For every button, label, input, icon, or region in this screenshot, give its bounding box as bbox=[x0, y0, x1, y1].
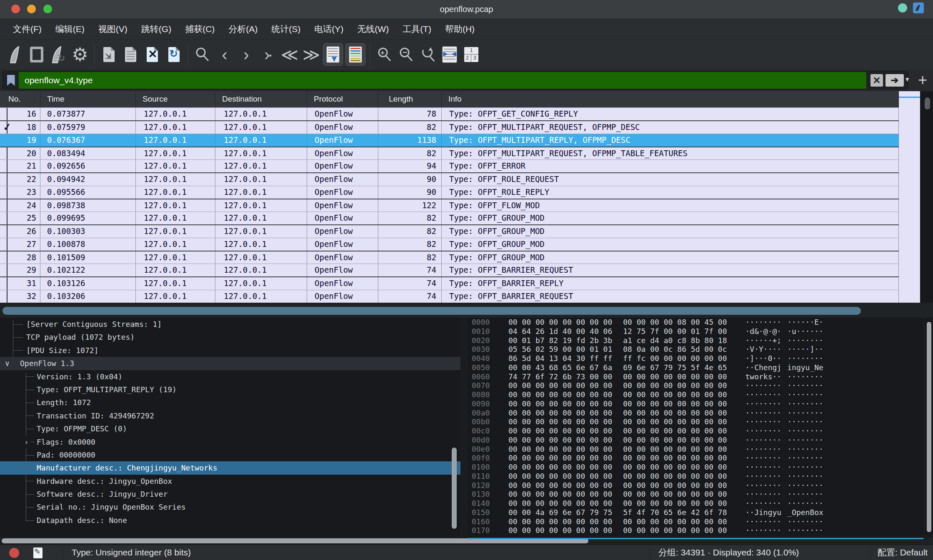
auto-scroll-toggle[interactable]: ▼ bbox=[323, 43, 343, 66]
filter-clear-button[interactable]: ✕ bbox=[870, 74, 883, 87]
menu-item[interactable]: 电话(Y) bbox=[308, 23, 350, 35]
column-header[interactable]: Time bbox=[40, 91, 136, 107]
hex-row[interactable]: 0020 00 01 b7 82 19 fd 2b 3b a1 ce d4 a0… bbox=[468, 336, 923, 345]
resize-columns-button[interactable]: ▶ ◀ bbox=[439, 42, 460, 67]
scrollbar-thumb[interactable] bbox=[925, 97, 930, 110]
hex-row[interactable]: 0070 00 00 00 00 00 00 00 00 00 00 00 00… bbox=[468, 381, 923, 390]
filter-input[interactable]: openflow_v4.type bbox=[19, 72, 866, 89]
menu-item[interactable]: 捕获(C) bbox=[179, 23, 221, 35]
packet-row[interactable]: 21 0.092656 127.0.0.1 127.0.0.1 OpenFlow… bbox=[0, 159, 899, 172]
packet-row[interactable]: 26 0.100303 127.0.0.1 127.0.0.1 OpenFlow… bbox=[0, 224, 899, 237]
hex-row[interactable]: 00d0 00 00 00 00 00 00 00 00 00 00 00 00… bbox=[468, 436, 923, 445]
detail-row[interactable]: Version: 1.3 (0x04) bbox=[0, 370, 460, 383]
packet-row[interactable]: 31 0.103126 127.0.0.1 127.0.0.1 OpenFlow… bbox=[0, 276, 899, 289]
hex-row[interactable]: 0040 86 5d 04 13 04 30 ff ff ff fc 00 00… bbox=[468, 354, 923, 363]
filter-add-button[interactable]: + bbox=[914, 71, 931, 89]
detail-row[interactable]: Datapath desc.: None bbox=[0, 514, 460, 527]
detail-row[interactable]: Pad: 00000000 bbox=[0, 448, 460, 461]
detail-row[interactable]: ∨ OpenFlow 1.3 bbox=[0, 357, 460, 370]
packet-row[interactable]: 16 0.073877 127.0.0.1 127.0.0.1 OpenFlow… bbox=[0, 107, 899, 120]
stop-capture-button[interactable] bbox=[26, 42, 48, 67]
hex-row[interactable]: 0110 00 00 00 00 00 00 00 00 00 00 00 00… bbox=[468, 472, 923, 481]
menu-item[interactable]: 编辑(E) bbox=[49, 23, 91, 35]
go-last-packet-button[interactable]: ≫ bbox=[300, 42, 322, 67]
menu-item[interactable]: 分析(A) bbox=[222, 23, 264, 35]
profile-status[interactable]: 配置: Default bbox=[878, 545, 928, 560]
hex-row[interactable]: 0050 00 00 43 68 65 6e 67 6a 69 6e 67 79… bbox=[468, 363, 923, 372]
zoom-in-button[interactable]: + bbox=[374, 42, 395, 67]
detail-row[interactable]: Serial no.: Jingyu OpenBox Series bbox=[0, 500, 460, 513]
packet-row[interactable]: 25 0.099695 127.0.0.1 127.0.0.1 OpenFlow… bbox=[0, 212, 899, 224]
packet-row[interactable]: 22 0.094942 127.0.0.1 127.0.0.1 OpenFlow… bbox=[0, 172, 899, 185]
column-header[interactable]: Protocol bbox=[307, 91, 378, 107]
detail-row[interactable]: [PDU Size: 1072] bbox=[0, 344, 460, 357]
detail-row[interactable]: Manufacturer desc.: Chengjingyu_Networks bbox=[0, 461, 460, 474]
hex-row[interactable]: 00c0 00 00 00 00 00 00 00 00 00 00 00 00… bbox=[468, 426, 923, 436]
packet-row[interactable]: 28 0.101509 127.0.0.1 127.0.0.1 OpenFlow… bbox=[0, 251, 899, 264]
hex-row[interactable]: 0000 00 00 00 00 00 00 00 00 00 00 00 00… bbox=[468, 318, 923, 327]
expert-info-icon[interactable] bbox=[9, 548, 19, 558]
detail-row[interactable]: TCP payload (1072 bytes) bbox=[0, 331, 460, 343]
packet-row[interactable]: 27 0.100878 127.0.0.1 127.0.0.1 OpenFlow… bbox=[0, 238, 899, 251]
packet-row[interactable]: 23 0.095566 127.0.0.1 127.0.0.1 OpenFlow… bbox=[0, 186, 899, 199]
detail-row[interactable]: Hardware desc.: Jingyu_OpenBox bbox=[0, 475, 460, 488]
hex-row[interactable]: 0140 00 00 00 00 00 00 00 00 00 00 00 00… bbox=[468, 499, 923, 508]
expander-icon[interactable]: ∨ bbox=[5, 357, 10, 370]
capture-options-button[interactable]: ⚙ bbox=[69, 42, 91, 67]
menu-item[interactable]: 帮助(H) bbox=[439, 23, 481, 35]
packet-row[interactable]: 29 0.102122 127.0.0.1 127.0.0.1 OpenFlow… bbox=[0, 264, 899, 276]
filter-apply-button[interactable]: ➔ bbox=[885, 74, 904, 87]
close-file-button[interactable]: ✕ bbox=[141, 42, 163, 67]
hex-row[interactable]: 0060 74 77 6f 72 6b 73 00 00 00 00 00 00… bbox=[468, 372, 923, 381]
column-header[interactable]: Source bbox=[136, 91, 215, 107]
detail-row[interactable]: Type: OFPT_MULTIPART_REPLY (19) bbox=[0, 383, 460, 396]
menu-item[interactable]: 统计(S) bbox=[265, 23, 307, 35]
scrollbar-thumb[interactable] bbox=[927, 322, 931, 532]
hex-row[interactable]: 00a0 00 00 00 00 00 00 00 00 00 00 00 00… bbox=[468, 408, 923, 418]
detail-row[interactable]: [Server Contiguous Streams: 1] bbox=[0, 318, 460, 331]
hex-row[interactable]: 0170 00 00 00 00 00 00 00 00 00 00 00 00… bbox=[468, 526, 923, 535]
go-to-packet-button[interactable]: ›• bbox=[257, 42, 278, 67]
packet-list-horizontal-scrollbar[interactable] bbox=[0, 303, 933, 318]
save-file-button[interactable] bbox=[120, 42, 141, 67]
hex-row[interactable]: 00b0 00 00 00 00 00 00 00 00 00 00 00 00… bbox=[468, 417, 923, 426]
filter-dropdown-caret[interactable]: ▾ bbox=[905, 75, 909, 84]
layout-button[interactable]: 1 2 3 bbox=[460, 42, 482, 67]
zoom-out-button[interactable]: − bbox=[395, 42, 417, 67]
go-first-packet-button[interactable]: ≪ bbox=[278, 42, 300, 67]
hex-row[interactable]: 0100 00 00 00 00 00 00 00 00 00 00 00 00… bbox=[468, 463, 923, 472]
packet-row[interactable]: 32 0.103206 127.0.0.1 127.0.0.1 OpenFlow… bbox=[0, 290, 899, 303]
hex-row[interactable]: 0010 04 64 26 1d 40 00 40 06 12 75 7f 00… bbox=[468, 327, 923, 336]
detail-row[interactable]: Length: 1072 bbox=[0, 396, 460, 409]
column-header[interactable]: Info bbox=[442, 91, 899, 107]
zoom-reset-button[interactable] bbox=[417, 42, 439, 67]
menu-item[interactable]: 无线(W) bbox=[351, 23, 395, 35]
go-back-button[interactable]: ‹ bbox=[213, 42, 235, 67]
hex-row[interactable]: 00e0 00 00 00 00 00 00 00 00 00 00 00 00… bbox=[468, 445, 923, 454]
hex-vertical-scrollbar[interactable] bbox=[925, 318, 933, 537]
start-capture-button[interactable] bbox=[4, 42, 26, 67]
capture-comment-icon[interactable]: ✎ bbox=[33, 548, 43, 558]
column-header[interactable]: Destination bbox=[215, 91, 307, 107]
detail-row[interactable]: Type: OFPMP_DESC (0) bbox=[0, 422, 460, 435]
packet-row[interactable]: 24 0.098738 127.0.0.1 127.0.0.1 OpenFlow… bbox=[0, 199, 899, 212]
menu-item[interactable]: 文件(F) bbox=[7, 23, 48, 35]
packet-list-vertical-scrollbar[interactable] bbox=[920, 91, 933, 303]
restart-capture-button[interactable]: ↻ bbox=[48, 42, 69, 67]
column-header[interactable]: No. bbox=[0, 91, 40, 107]
menu-item[interactable]: 视图(V) bbox=[92, 23, 134, 35]
scrollbar-thumb[interactable] bbox=[452, 448, 457, 529]
filter-bookmark-button[interactable] bbox=[3, 72, 19, 89]
expander-icon[interactable]: › bbox=[24, 436, 30, 448]
hex-row[interactable]: 0160 00 00 00 00 00 00 00 00 00 00 00 00… bbox=[468, 517, 923, 526]
hex-row[interactable]: 0150 00 00 4a 69 6e 67 79 75 5f 4f 70 65… bbox=[468, 508, 923, 517]
packet-row[interactable]: 18 0.075979 127.0.0.1 127.0.0.1 OpenFlow… bbox=[0, 120, 899, 133]
detail-row[interactable]: › Flags: 0x0000 bbox=[0, 436, 460, 448]
column-header[interactable]: Length bbox=[378, 91, 442, 107]
reload-file-button[interactable]: ↻ bbox=[163, 42, 185, 67]
hex-row[interactable]: 0120 00 00 00 00 00 00 00 00 00 00 00 00… bbox=[468, 481, 923, 490]
menu-item[interactable]: 跳转(G) bbox=[135, 23, 178, 35]
hex-row[interactable]: 00f0 00 00 00 00 00 00 00 00 00 00 00 00… bbox=[468, 453, 923, 463]
scrollbar-thumb[interactable] bbox=[3, 307, 861, 315]
find-packet-button[interactable] bbox=[192, 42, 213, 67]
